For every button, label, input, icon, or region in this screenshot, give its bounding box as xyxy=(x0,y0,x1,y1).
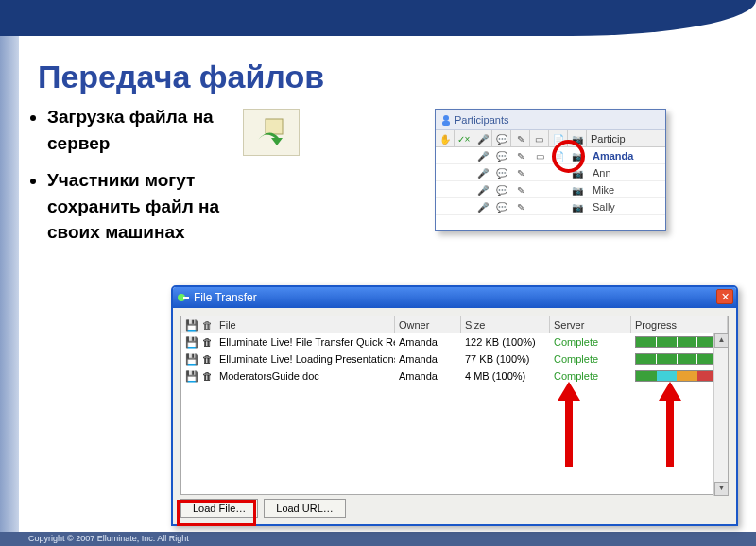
cam-icon: 📷 xyxy=(568,130,587,147)
delete-icon[interactable]: 🗑 xyxy=(198,333,215,350)
file-size: 122 KB (100%) xyxy=(461,333,550,350)
participant-row[interactable]: 🎤💬✎📷 Ann xyxy=(436,164,665,181)
file-owner: Amanda xyxy=(395,333,461,350)
file-icon: 📄 xyxy=(549,130,568,147)
file-size: 77 KB (100%) xyxy=(461,350,550,367)
file-transfer-header: 💾 🗑 File Owner Size Server Progress xyxy=(181,316,728,333)
file-owner: Amanda xyxy=(395,367,461,384)
slide-title: Передача файлов xyxy=(38,59,324,95)
file-transfer-titlebar[interactable]: File Transfer ✕ xyxy=(173,287,736,308)
participant-row[interactable]: 🎤💬✎📷 Mike xyxy=(436,181,665,198)
file-column-header[interactable]: File xyxy=(215,316,395,333)
file-transfer-list: 💾 🗑 File Owner Size Server Progress 💾 🗑 … xyxy=(180,316,729,495)
bullet-list: Загрузка файла на сервер Участники могут… xyxy=(28,104,227,257)
pencil-icon: ✎ xyxy=(511,130,530,147)
svg-point-1 xyxy=(443,115,449,121)
progress-column-header[interactable]: Progress xyxy=(631,316,728,333)
file-row[interactable]: 💾 🗑 Elluminate Live! File Transfer Quick… xyxy=(181,333,728,350)
upload-file-icon xyxy=(243,109,300,156)
save-icon[interactable]: 💾 xyxy=(181,367,198,384)
delete-icon[interactable]: 🗑 xyxy=(198,367,215,384)
file-transfer-icon xyxy=(177,290,190,311)
check-icon: ✓× xyxy=(455,130,473,147)
participants-column-header: ✋ ✓× 🎤 💬 ✎ ▭ 📄 📷 Particip xyxy=(436,130,665,147)
file-server-status: Complete xyxy=(550,333,631,350)
bullet-item: Загрузка файла на сервер xyxy=(47,104,227,156)
delete-icon[interactable]: 🗑 xyxy=(198,350,215,367)
save-icon[interactable]: 💾 xyxy=(181,333,198,350)
bullet-item: Участники могут сохранить файл на своих … xyxy=(47,167,227,246)
svg-rect-0 xyxy=(266,119,283,134)
close-button[interactable]: ✕ xyxy=(716,289,733,304)
file-transfer-window: File Transfer ✕ 💾 🗑 File Owner Size Serv… xyxy=(171,285,738,526)
footer-copyright: Copyright © 2007 Elluminate, Inc. All Ri… xyxy=(0,532,756,546)
participants-header-label: Particip xyxy=(587,130,665,146)
server-column-header[interactable]: Server xyxy=(550,316,631,333)
load-file-button[interactable]: Load File… xyxy=(180,499,258,518)
save-column-icon: 💾 xyxy=(181,316,198,333)
left-decorative-stripe xyxy=(0,0,19,546)
file-size: 4 MB (100%) xyxy=(461,367,550,384)
participants-panel: Participants ✋ ✓× 🎤 💬 ✎ ▭ 📄 📷 Particip 🎤… xyxy=(435,109,666,231)
file-transfer-title-label: File Transfer xyxy=(194,291,257,304)
size-column-header[interactable]: Size xyxy=(461,316,550,333)
svg-rect-2 xyxy=(442,121,450,126)
participant-row[interactable]: 🎤💬✎📷 Sally xyxy=(436,198,665,215)
scroll-up-icon[interactable]: ▲ xyxy=(714,333,729,348)
mic-icon: 🎤 xyxy=(473,130,492,147)
file-row[interactable]: 💾 🗑 ModeratorsGuide.doc Amanda 4 MB (100… xyxy=(181,367,728,384)
participant-name: Ann xyxy=(587,164,665,180)
participant-name: Mike xyxy=(587,181,665,197)
file-transfer-footer: Load File… Load URL… xyxy=(173,495,736,521)
owner-column-header[interactable]: Owner xyxy=(395,316,461,333)
participants-title: Participants xyxy=(436,110,665,130)
participant-name: Sally xyxy=(587,198,665,214)
screen-icon: ▭ xyxy=(530,130,549,147)
delete-column-icon: 🗑 xyxy=(198,316,215,333)
scroll-down-icon[interactable]: ▼ xyxy=(714,482,729,496)
file-server-status: Complete xyxy=(550,350,631,367)
participant-row[interactable]: 🎤💬✎▭📄📷 Amanda xyxy=(436,147,665,164)
file-server-status: Complete xyxy=(550,367,631,384)
file-name: ModeratorsGuide.doc xyxy=(215,367,395,384)
file-row[interactable]: 💾 🗑 Elluminate Live! Loading Presentatio… xyxy=(181,350,728,367)
file-name: Elluminate Live! File Transfer Quick Re… xyxy=(215,333,395,350)
file-owner: Amanda xyxy=(395,350,461,367)
chat-icon: 💬 xyxy=(492,130,511,147)
scrollbar[interactable]: ▲ ▼ xyxy=(713,333,728,496)
participants-title-icon xyxy=(439,112,453,133)
top-decorative-band xyxy=(0,0,756,36)
participants-title-label: Participants xyxy=(455,114,508,126)
load-url-button[interactable]: Load URL… xyxy=(264,499,346,518)
file-name: Elluminate Live! Loading Presentations… xyxy=(215,350,395,367)
save-icon[interactable]: 💾 xyxy=(181,350,198,367)
participant-name: Amanda xyxy=(587,147,665,163)
